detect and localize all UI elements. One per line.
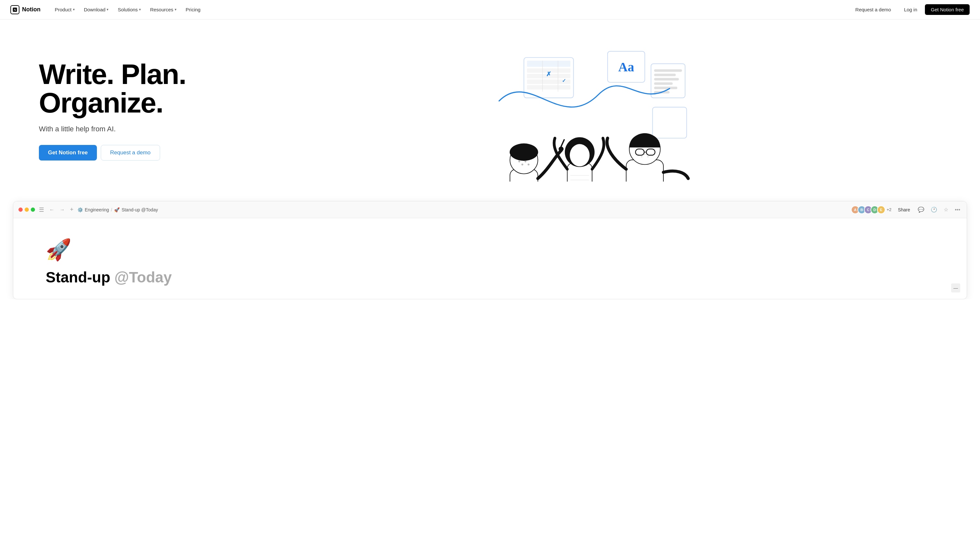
svg-point-30 [521, 164, 523, 166]
svg-rect-3 [527, 61, 570, 67]
svg-point-25 [558, 147, 563, 151]
logo-link[interactable]: N Notion [10, 5, 41, 14]
history-icon[interactable]: 🕐 [929, 205, 939, 214]
page-title-text: Stand-up [46, 269, 114, 286]
hero-section: Write. Plan. Organize. With a little hel… [0, 20, 980, 195]
minimize-button[interactable]: — [951, 283, 960, 293]
nav-item-solutions[interactable]: Solutions ▾ [114, 5, 145, 14]
svg-rect-18 [654, 83, 672, 85]
breadcrumb-page-icon: 🚀 [114, 207, 120, 212]
share-button[interactable]: Share [896, 206, 912, 214]
svg-point-31 [525, 160, 526, 162]
request-demo-button[interactable]: Request a demo [850, 5, 896, 15]
svg-point-45 [644, 154, 645, 155]
app-preview: ☰ ← → + ⚙️ Engineering / 🚀 Stand-up @Tod… [13, 201, 967, 299]
svg-point-28 [510, 143, 538, 161]
hero-illustration: ✗ ✓ Aa ✦ [199, 39, 954, 182]
nav-item-product[interactable]: Product ▾ [51, 5, 79, 14]
forward-button[interactable]: → [58, 206, 66, 213]
svg-rect-15 [654, 69, 682, 72]
breadcrumb-workspace-icon: ⚙️ [78, 207, 83, 212]
traffic-lights [18, 208, 35, 212]
svg-point-44 [641, 156, 642, 157]
breadcrumb-page[interactable]: Stand-up @Today [122, 207, 158, 212]
breadcrumb-separator: / [111, 207, 112, 212]
new-page-button[interactable]: + [70, 206, 74, 213]
svg-text:N: N [14, 8, 16, 12]
app-page-content: 🚀 Stand-up @Today [13, 218, 967, 299]
chevron-icon: ▾ [175, 7, 177, 12]
page-icon: 🚀 [46, 238, 934, 262]
traffic-light-yellow[interactable] [25, 208, 29, 212]
chevron-icon: ▾ [139, 7, 141, 12]
svg-point-46 [647, 156, 648, 157]
svg-rect-7 [527, 85, 570, 89]
app-titlebar: ☰ ← → + ⚙️ Engineering / 🚀 Stand-up @Tod… [13, 201, 967, 218]
nav-item-pricing[interactable]: Pricing [182, 5, 205, 14]
svg-text:Aa: Aa [618, 60, 634, 74]
svg-line-26 [561, 140, 564, 147]
svg-point-47 [650, 154, 652, 155]
traffic-light-green[interactable] [31, 208, 35, 212]
svg-point-29 [518, 160, 520, 162]
logo-icon: N [10, 5, 20, 14]
more-options-icon[interactable]: ••• [954, 205, 962, 214]
svg-rect-19 [654, 86, 677, 89]
chevron-icon: ▾ [73, 7, 75, 12]
nav-item-download[interactable]: Download ▾ [80, 5, 113, 14]
svg-text:✗: ✗ [546, 71, 551, 78]
hero-get-notion-free-button[interactable]: Get Notion free [39, 145, 97, 160]
app-content-wrapper: 🚀 Stand-up @Today — [13, 218, 967, 299]
svg-text:✓: ✓ [562, 78, 566, 83]
hero-subheading: With a little help from AI. [39, 125, 186, 133]
nav-menu: Product ▾ Download ▾ Solutions ▾ Resourc… [51, 5, 850, 14]
svg-rect-16 [654, 74, 676, 76]
page-title: Stand-up @Today [46, 268, 934, 286]
nav-item-resources[interactable]: Resources ▾ [146, 5, 180, 14]
titlebar-nav: ← → [48, 206, 66, 213]
back-button[interactable]: ← [48, 206, 56, 213]
svg-rect-21 [652, 107, 686, 138]
hero-svg: ✗ ✓ Aa ✦ [199, 39, 954, 182]
titlebar-right: A B C D E +2 Share 💬 🕐 ☆ ••• [851, 205, 962, 214]
logo-text: Notion [22, 6, 41, 13]
breadcrumb-workspace[interactable]: Engineering [85, 207, 109, 212]
avatar-5: E [877, 205, 885, 214]
hero-buttons: Get Notion free Request a demo [39, 145, 186, 160]
navbar: N Notion Product ▾ Download ▾ Solutions … [0, 0, 980, 20]
collaborators-avatars: A B C D E +2 [851, 205, 891, 214]
get-notion-free-button[interactable]: Get Notion free [925, 4, 970, 15]
login-button[interactable]: Log in [899, 5, 922, 15]
sidebar-toggle-icon[interactable]: ☰ [39, 206, 44, 213]
svg-point-32 [528, 164, 530, 166]
traffic-light-red[interactable] [18, 208, 23, 212]
favorite-icon[interactable]: ☆ [942, 205, 950, 214]
avatar-extra-count: +2 [887, 207, 891, 212]
navbar-right: Request a demo Log in Get Notion free [850, 4, 970, 15]
comments-icon[interactable]: 💬 [916, 205, 926, 214]
svg-rect-17 [654, 78, 679, 81]
page-title-mention: @Today [114, 269, 172, 286]
svg-point-35 [570, 144, 589, 166]
hero-headline: Write. Plan. Organize. [39, 60, 186, 117]
breadcrumb: ⚙️ Engineering / 🚀 Stand-up @Today [78, 207, 158, 212]
hero-request-demo-button[interactable]: Request a demo [101, 145, 160, 160]
chevron-icon: ▾ [107, 7, 109, 12]
svg-point-43 [638, 154, 639, 155]
hero-text-block: Write. Plan. Organize. With a little hel… [39, 60, 186, 160]
